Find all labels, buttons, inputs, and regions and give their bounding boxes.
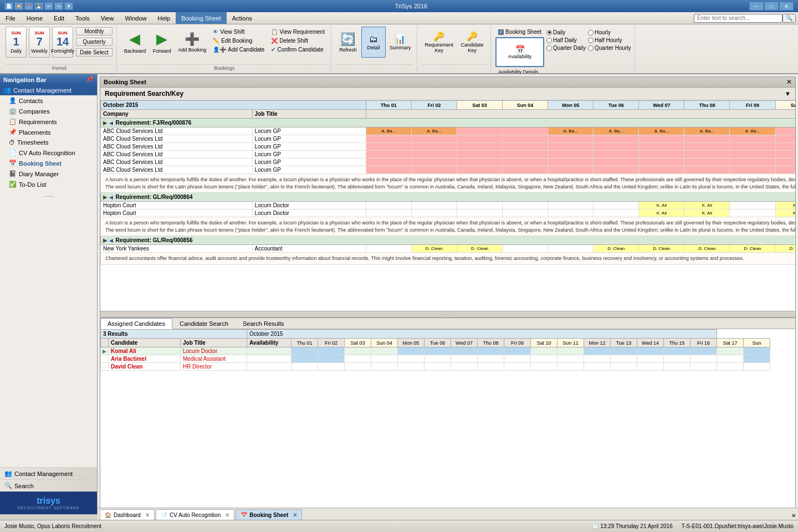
monthly-button[interactable]: Monthly [76, 27, 112, 35]
grid-splitter[interactable]: · · · · · [100, 311, 795, 318]
sidebar-item-todo[interactable]: ✅ To-Do List [0, 179, 97, 190]
logo-subtitle: RECRUITMENT SOFTWARE [4, 506, 93, 510]
cv-auto-tab-close[interactable]: ✕ [225, 512, 229, 518]
menu-view[interactable]: View [95, 12, 120, 24]
cand-date-5: Tue 06 [424, 339, 451, 347]
search-key-expand-icon[interactable]: ▼ [785, 90, 791, 97]
content-panel: Booking Sheet ✕ Requirement Search/Key ▼… [100, 76, 796, 512]
backward-button[interactable]: ◀ Backward [121, 27, 149, 58]
search-button[interactable]: 🔍 [782, 14, 796, 23]
sidebar-section-contact-management[interactable]: 👥 Contact Management [0, 85, 97, 95]
refresh-button[interactable]: 🔄 Refresh [336, 27, 360, 58]
menu-help[interactable]: Help [152, 12, 176, 24]
panel-title-bar: Booking Sheet ✕ [100, 77, 795, 88]
close-button[interactable]: ✕ [779, 2, 794, 11]
placements-icon: 📌 [9, 129, 17, 136]
add-candidate-button[interactable]: 👤➕ Add Candidate [210, 45, 267, 54]
booking-sheet-tab-close[interactable]: ✕ [293, 512, 297, 518]
menu-booking-sheet[interactable]: Booking Sheet [176, 12, 227, 24]
qa-dropdown[interactable]: ▼ [64, 2, 73, 10]
sidebar-item-placements[interactable]: 📌 Placements [0, 127, 97, 137]
sidebar-item-diary-manager[interactable]: 📓 Diary Manager [0, 168, 97, 179]
weekly-button[interactable]: SUN 7 Weekly [29, 27, 50, 58]
qa-icon-4[interactable]: 💾 [34, 2, 43, 10]
sidebar-item-contacts[interactable]: 👤 Contacts [0, 95, 97, 106]
sidebar-pin-icon[interactable]: 📌 [86, 76, 94, 83]
qa-icon-5[interactable]: ↩ [44, 2, 53, 10]
candidate-row-aria-bactimel[interactable]: Aria Bactimel Medical Assistant [101, 355, 770, 363]
half-hourly-radio[interactable] [588, 38, 594, 43]
qa-icon-3[interactable]: ✂️ [24, 2, 33, 10]
quarter-daily-radio-row[interactable]: Quarter Daily [546, 44, 586, 52]
add-booking-button[interactable]: ➕ Add Booking [175, 27, 209, 58]
sidebar-item-companies[interactable]: 🏢 Companies [0, 106, 97, 116]
availability-button[interactable]: 📅 Availability [495, 37, 544, 67]
app-tab-booking-sheet[interactable]: 📅 Booking Sheet ✕ [236, 509, 302, 520]
quarter-hourly-radio[interactable] [588, 45, 594, 51]
qa-icon-2[interactable]: 🏠 [14, 2, 23, 10]
hourly-radio[interactable] [588, 30, 594, 35]
search-input[interactable] [694, 14, 782, 23]
search-key-bar: Requirement Search/Key ▼ [100, 88, 795, 100]
edit-booking-button[interactable]: ✏️ Edit Booking [210, 37, 267, 45]
menu-actions[interactable]: Actions [227, 12, 258, 24]
sidebar-bottom-search[interactable]: 🔍 Search [0, 479, 97, 492]
app-tab-cv-auto[interactable]: 📄 CV Auto Recognition ✕ [156, 509, 234, 520]
candidate-key-button[interactable]: 🔑 CandidateKey [457, 27, 487, 58]
quarter-daily-radio[interactable] [546, 45, 552, 51]
half-daily-radio-row[interactable]: Half Daily [546, 37, 586, 44]
tab-search-results[interactable]: Search Results [236, 318, 291, 329]
qa-icon-1[interactable]: 📄 [4, 2, 13, 10]
daily-radio-row[interactable]: Daily [546, 29, 586, 36]
daily-button[interactable]: SUN 1 Daily [6, 27, 27, 58]
close-all-tabs-button[interactable]: ✕ [791, 513, 796, 519]
candidate-grid[interactable]: 3 Results October 2015 Candidate Job Tit… [100, 329, 795, 417]
booking-sheet-toggle[interactable]: ✓ Booking Sheet [495, 28, 544, 36]
availability-details-button[interactable]: Availability Details [495, 68, 544, 74]
date-col-8: Fri 09 [730, 101, 775, 110]
forward-button[interactable]: ▶ Forward [150, 27, 174, 58]
sidebar-bottom-contact[interactable]: 👥 Contact Management [0, 467, 97, 479]
hourly-radio-row[interactable]: Hourly [588, 29, 631, 36]
bottom-panel: Assigned Candidates Candidate Search Sea… [100, 318, 795, 417]
app-tab-dashboard[interactable]: 🏠 Dashboard ✕ [100, 509, 155, 520]
menu-window[interactable]: Window [119, 12, 152, 24]
half-daily-radio[interactable] [546, 38, 552, 43]
menu-home[interactable]: Home [21, 12, 48, 24]
delete-shift-button[interactable]: ❌ Delete Shift [268, 37, 328, 45]
quarter-hourly-radio-row[interactable]: Quarter Hourly [588, 44, 631, 52]
view-requirement-button[interactable]: 📋 View Requirement [268, 28, 328, 36]
sidebar-item-requirements[interactable]: 📋 Requirements [0, 116, 97, 127]
menu-file[interactable]: File [0, 12, 21, 24]
panel-close-button[interactable]: ✕ [786, 78, 792, 86]
view-shift-button[interactable]: 👁 View Shift [210, 28, 267, 36]
minimize-button[interactable]: ─ [749, 2, 764, 11]
maximize-button[interactable]: □ [764, 2, 779, 11]
confirm-candidate-button[interactable]: ✔ Confirm Candidate [268, 45, 328, 54]
cand-date-7: Thu 08 [478, 339, 504, 347]
sidebar-item-timesheets[interactable]: ⏱ Timesheets [0, 137, 97, 147]
fortnightly-button[interactable]: SUN 14 Fortnightly [52, 27, 73, 58]
booking-grid[interactable]: October 2015 Thu 01 Fri 02 Sat 03 Sun 04… [100, 100, 795, 311]
requirement-key-button[interactable]: 🔑 RequirementKey [422, 27, 456, 58]
candidate-row-komal-ali[interactable]: ▶ Komal Ali Locum Doctor [101, 347, 770, 355]
quarterly-button[interactable]: Quarterly [76, 38, 112, 46]
summary-button[interactable]: 📊 Summary [387, 27, 414, 58]
menu-edit[interactable]: Edit [48, 12, 70, 24]
date-select-button[interactable]: Date Select [76, 48, 112, 57]
dashboard-tab-close[interactable]: ✕ [145, 512, 150, 518]
timesheets-icon: ⏱ [9, 139, 15, 146]
sidebar-item-booking-sheet[interactable]: 📅 Booking Sheet [0, 158, 97, 168]
daily-radio[interactable] [546, 30, 552, 35]
detail-button[interactable]: 🗂 Detail [361, 27, 386, 58]
half-hourly-radio-row[interactable]: Half Hourly [588, 37, 631, 44]
sidebar-item-cv-auto[interactable]: 📄 CV Auto Recognition [0, 147, 97, 158]
tab-assigned-candidates[interactable]: Assigned Candidates [100, 318, 172, 329]
date-col-2: Sat 03 [457, 101, 502, 110]
cand-date-1: Fri 02 [318, 339, 345, 347]
menu-tools[interactable]: Tools [70, 12, 95, 24]
tab-candidate-search[interactable]: Candidate Search [172, 318, 236, 329]
candidate-row-david-clean[interactable]: David Clean HR Director [101, 363, 770, 371]
cand-date-16: Sat 17 [717, 339, 744, 347]
qa-icon-6[interactable]: ↪ [54, 2, 63, 10]
